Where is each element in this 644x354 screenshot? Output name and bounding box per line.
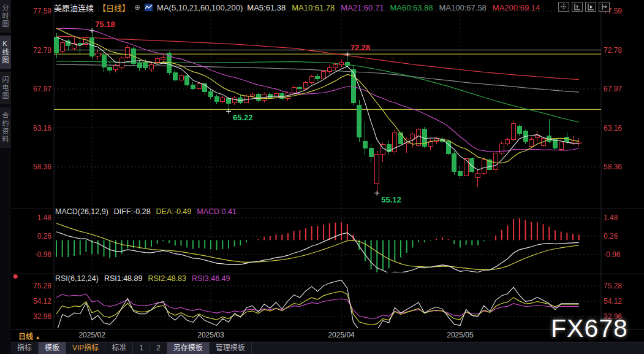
rsi6-line [56,280,579,333]
axis-price-label: 1.48 [604,214,618,222]
axis-price-label: 63.16 [12,124,51,133]
axis-price-label: 32.96 [12,312,51,321]
ma21-line [56,28,579,152]
price-annotation: 55.12 [381,195,401,204]
axis-price-label: 0.26 [12,232,51,240]
sidebar-item-2[interactable]: 闪电图 [0,72,11,104]
tab-7[interactable]: 管理模板 [210,342,252,354]
tab-4[interactable]: 1 [133,342,150,354]
macd-value-1: DEA:-0.49 [156,207,192,216]
axis-price-label: 54.12 [12,297,51,306]
rsi-value-2: RSI3:46.49 [192,274,230,283]
bottom-tab-bar: 指标模板VIP指标标准12另存模板管理模板 [11,342,644,354]
candles [55,31,581,193]
date-label: 2025/03 [186,331,235,339]
sidebar-item-1[interactable]: K线图 [0,36,11,69]
date-label: 2025/04 [317,331,366,339]
sidebar-item-3[interactable]: 合约资料 [0,107,11,148]
price-annotation: 72.28 [350,43,371,52]
extreme-marker [89,28,94,33]
left-sidebar: 分时图K线图闪电图合约资料 [0,0,11,354]
chart-canvas[interactable]: 75.1872.2865.2255.12 [0,0,644,354]
chart-header: 美原油连续 【日线】 ⊕ MA(5,10,21,60,100,200) MA5:… [54,2,540,13]
rsi-value-1: RSI2:48.83 [148,274,186,283]
rsi-name: RSI(6,12,24) [55,274,99,283]
tab-3[interactable]: 标准 [105,342,133,354]
macd-header: MACD(26,12,9) DIFF:-0.28DEA:-0.49MACD:0.… [55,207,237,216]
axis-price-label: 54.12 [604,297,622,306]
symbol-label: 美原油连续 [54,2,94,13]
macd-values: DIFF:-0.28DEA:-0.49MACD:0.41 [114,207,237,216]
period-selector[interactable]: 日线 ▲ [18,331,40,341]
rsi-values: RSI1:48.89RSI2:48.83RSI3:46.49 [104,274,230,283]
date-label: 2025/02 [67,331,116,339]
tab-5[interactable]: 2 [150,342,167,354]
trading-app: 75.1872.2865.2255.12 分时图K线图闪电图合约资料 美原油连续… [0,0,644,354]
chart-type-icon[interactable] [145,4,153,11]
axis-price-label: 58.36 [12,163,51,171]
ma-value-3: MA60:63.88 [390,3,433,12]
axis-price-label: 72.78 [604,46,622,55]
ma-value-0: MA5:61.38 [247,3,286,12]
date-label: 2025/05 [436,331,485,339]
axis-price-label: 0.26 [604,232,618,240]
macd-name: MACD(26,12,9) [55,207,108,216]
axis-price-label: 75.28 [604,282,622,290]
axis-scale-icon[interactable] [572,2,583,12]
period-label[interactable]: 【日线】 [98,2,130,13]
ma10-line [56,28,579,163]
chart-toolbar [558,2,610,12]
price-annotation: 75.18 [95,20,115,29]
axis-price-label: 63.16 [604,124,622,133]
axis-price-label: 1.48 [12,214,51,222]
axis-price-label: -0.96 [12,250,51,259]
extreme-marker [374,191,379,196]
ma-value-5: MA200:69.14 [493,3,540,12]
rsi-header: RSI(6,12,24) RSI1:48.89RSI2:48.83RSI3:46… [55,274,230,283]
tab-1[interactable]: 模板 [39,342,66,354]
macd-histogram [56,218,579,272]
rsi24-line [56,294,579,318]
sidebar-item-0[interactable]: 分时图 [0,0,11,33]
ma-group-label: MA(5,10,21,60,100,200) [157,3,243,12]
macd-value-2: MACD:0.41 [197,207,237,216]
axis-price-label: 67.97 [12,85,51,93]
ma-value-2: MA21:60.71 [341,3,384,12]
ma-value-1: MA10:61.78 [292,3,335,12]
axis-price-label: 67.97 [604,85,622,93]
tab-6[interactable]: 另存模板 [167,342,210,354]
axis-price-label: 58.36 [604,163,622,171]
axis-price-label: 72.78 [12,46,51,55]
macd-value-0: DIFF:-0.28 [114,207,151,216]
add-indicator-icon[interactable]: ⊕ [134,3,140,12]
watermark: FX678 [551,314,628,343]
axis-price-label: 75.28 [12,282,51,290]
rsi-value-0: RSI1:48.89 [104,274,143,283]
tab-0[interactable]: 指标 [11,342,39,354]
price-annotation: 65.22 [233,113,253,122]
axis-shift-icon[interactable] [599,2,610,12]
axis-price-label: -0.96 [604,250,620,259]
date-axis: 日线 ▲ 2025/022025/032025/042025/05 [11,329,644,342]
ma-value-4: MA100:67.58 [439,3,487,12]
crosshair-icon[interactable] [558,2,569,12]
axis-play-icon[interactable] [585,2,596,12]
tab-2[interactable]: VIP指标 [66,342,105,354]
ma-values: MA5:61.38MA10:61.78MA21:60.71MA60:63.88M… [247,3,540,12]
indicator-settings-icon[interactable]: ✹ [12,272,18,281]
axis-price-label: 77.59 [12,7,51,15]
